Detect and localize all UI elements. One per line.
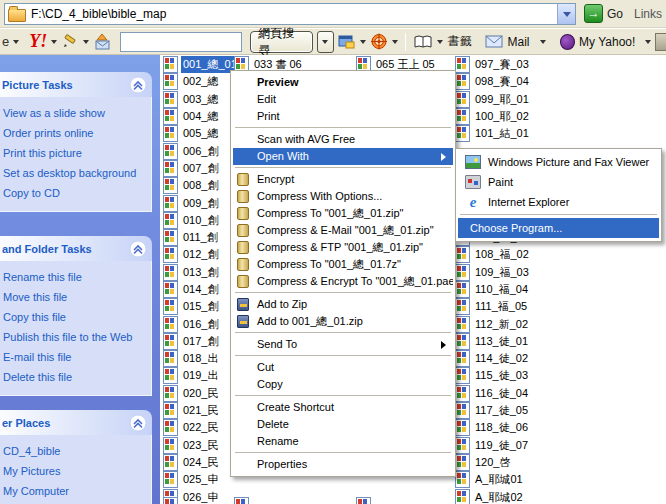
- file-item[interactable]: 098_賽_04: [455, 73, 531, 90]
- address-combo[interactable]: F:\CD_4_bible\bible_map: [4, 3, 576, 25]
- file-item[interactable]: 016_創: [163, 315, 239, 332]
- task-link[interactable]: Rename this file: [3, 271, 147, 283]
- menu-item[interactable]: Create Shortcut: [233, 399, 453, 416]
- task-link[interactable]: CD_4_bible: [3, 445, 147, 457]
- file-item[interactable]: 110_福_04: [455, 281, 531, 298]
- file-item[interactable]: 022_民: [163, 419, 239, 436]
- bookmarks-label[interactable]: 書籤: [447, 33, 471, 50]
- chevron-down-icon[interactable]: [13, 40, 19, 47]
- menu-item[interactable]: Windows Picture and Fax Viewer: [458, 152, 659, 172]
- mail-icon[interactable]: [485, 35, 503, 48]
- file-item[interactable]: A_耶城02: [455, 488, 531, 504]
- menu-item[interactable]: Compress & Encrypt To "001_總_01.pae": [233, 273, 453, 290]
- chevron-down-icon[interactable]: [83, 40, 89, 47]
- menu-item[interactable]: Send To: [233, 336, 453, 353]
- file-item[interactable]: 114_徒_02: [455, 350, 531, 367]
- file-item[interactable]: 014_創: [163, 281, 239, 298]
- menu-item[interactable]: Add to Zip: [233, 296, 453, 313]
- file-item[interactable]: 007_創: [163, 160, 239, 177]
- file-item[interactable]: 003_總: [163, 91, 239, 108]
- file-item[interactable]: 023_民: [163, 437, 239, 454]
- file-item[interactable]: 021_民: [163, 402, 239, 419]
- menu-item[interactable]: Compress & FTP "001_總_01.zip": [233, 239, 453, 256]
- menu-item[interactable]: Compress & E-Mail "001_總_01.zip": [233, 222, 453, 239]
- chevron-down-icon[interactable]: [437, 40, 443, 47]
- task-link[interactable]: Copy this file: [3, 311, 147, 323]
- menu-item[interactable]: Rename: [233, 433, 453, 450]
- address-dropdown-button[interactable]: [557, 4, 575, 24]
- panel-header[interactable]: er Places: [0, 410, 152, 435]
- menu-item[interactable]: Cut: [233, 359, 453, 376]
- search-dropdown-button[interactable]: [317, 31, 334, 53]
- file-item[interactable]: 006_創: [163, 142, 239, 159]
- menu-item[interactable]: Encrypt: [233, 171, 453, 188]
- file-item[interactable]: 015_創: [163, 298, 239, 315]
- links-toolbar-label[interactable]: Links: [634, 7, 662, 21]
- task-link[interactable]: Order prints online: [3, 127, 147, 139]
- file-item[interactable]: 118_徒_06: [455, 419, 531, 436]
- chevron-down-icon[interactable]: [645, 40, 651, 47]
- collapse-chevron-icon[interactable]: [129, 240, 147, 258]
- menu-item[interactable]: Compress To "001_總_01.7z": [233, 256, 453, 273]
- file-item[interactable]: 109_福_03: [455, 264, 531, 281]
- chevron-down-icon[interactable]: [540, 40, 546, 47]
- panel-header[interactable]: and Folder Tasks: [0, 236, 152, 261]
- file-item[interactable]: 120_啓: [455, 454, 531, 471]
- target-icon[interactable]: [370, 33, 388, 50]
- task-link[interactable]: Copy to CD: [3, 187, 147, 199]
- task-link[interactable]: Set as desktop background: [3, 167, 147, 179]
- file-item[interactable]: 113_徒_01: [455, 333, 531, 350]
- file-item[interactable]: 099_耶_01: [455, 91, 531, 108]
- file-item[interactable]: 005_總: [163, 125, 239, 142]
- task-link[interactable]: My Computer: [3, 485, 147, 497]
- menu-item[interactable]: Choose Program...: [458, 218, 659, 238]
- menu-item[interactable]: Properties: [233, 456, 453, 473]
- task-link[interactable]: Publish this file to the Web: [3, 331, 147, 343]
- menu-item[interactable]: Compress To "001_總_01.zip": [233, 205, 453, 222]
- my-yahoo-label[interactable]: My Yahoo!: [579, 35, 635, 49]
- file-item[interactable]: 010_創: [163, 212, 239, 229]
- task-link[interactable]: E-mail this file: [3, 351, 147, 363]
- menu-item[interactable]: Print: [233, 108, 453, 125]
- task-link[interactable]: Delete this file: [3, 371, 147, 383]
- chevron-down-icon[interactable]: [51, 40, 57, 47]
- window-icon[interactable]: [338, 34, 356, 49]
- file-item[interactable]: 117_徒_05: [455, 402, 531, 419]
- file-item[interactable]: 119_徒_07: [455, 437, 531, 454]
- file-item[interactable]: 011_創: [163, 229, 239, 246]
- file-item[interactable]: 115_徒_03: [455, 367, 531, 384]
- bookmarks-icon[interactable]: [413, 34, 433, 50]
- file-item[interactable]: 111_福_05: [455, 298, 531, 315]
- file-item[interactable]: 024_民: [163, 454, 239, 471]
- task-link[interactable]: Move this file: [3, 291, 147, 303]
- panel-header[interactable]: Picture Tasks: [0, 72, 152, 97]
- web-search-button[interactable]: 網頁搜尋: [250, 31, 313, 53]
- menu-item[interactable]: Compress With Options...: [233, 188, 453, 205]
- task-link[interactable]: My Pictures: [3, 465, 147, 477]
- file-item[interactable]: 108_福_02: [455, 246, 531, 263]
- partial-button-left[interactable]: e: [2, 34, 9, 49]
- file-item[interactable]: 001_總_01: [163, 56, 239, 73]
- menu-item[interactable]: eInternet Explorer: [458, 192, 659, 212]
- chevron-down-icon[interactable]: [392, 40, 398, 47]
- mail-label[interactable]: Mail: [507, 35, 529, 49]
- file-item[interactable]: 112_新_02: [455, 315, 531, 332]
- file-item[interactable]: 018_出: [163, 350, 239, 367]
- file-item[interactable]: 009_創: [163, 194, 239, 211]
- menu-item[interactable]: Scan with AVG Free: [233, 131, 453, 148]
- file-item[interactable]: 101_結_01: [455, 125, 531, 142]
- task-link[interactable]: Print this picture: [3, 147, 147, 159]
- file-item[interactable]: 019_出: [163, 367, 239, 384]
- file-item[interactable]: 020_民: [163, 385, 239, 402]
- menu-item[interactable]: Add to 001_總_01.zip: [233, 313, 453, 330]
- partial-icon-right[interactable]: [655, 33, 666, 51]
- collapse-chevron-icon[interactable]: [129, 414, 147, 432]
- collapse-chevron-icon[interactable]: [129, 76, 147, 94]
- yahoo-logo[interactable]: Y!: [29, 31, 47, 52]
- file-item[interactable]: 025_申: [163, 471, 239, 488]
- address-path[interactable]: F:\CD_4_bible\bible_map: [31, 7, 166, 21]
- file-item[interactable]: 017_創: [163, 333, 239, 350]
- file-item[interactable]: 013_創: [163, 264, 239, 281]
- file-item[interactable]: 012_創: [163, 246, 239, 263]
- go-button[interactable]: → Go: [584, 4, 623, 23]
